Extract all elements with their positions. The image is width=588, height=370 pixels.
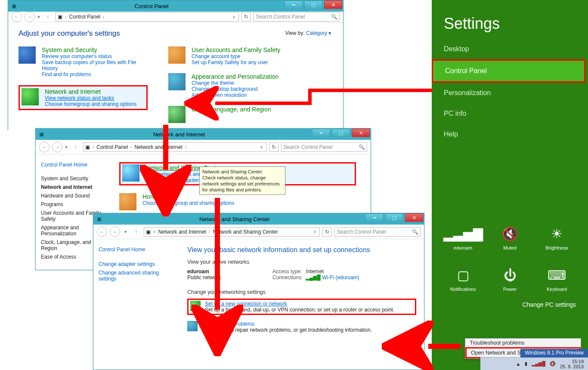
control-panel-home-link[interactable]: Control Panel Home [99, 245, 174, 254]
side-item[interactable]: System and Security [41, 174, 104, 183]
address-bar[interactable]: ▣« Network and Internet› Network and Sha… [144, 227, 320, 237]
close-button[interactable]: ✕ [352, 129, 370, 137]
address-bar[interactable]: ▣› Control Panel› v [56, 12, 239, 22]
charm-item-personalization[interactable]: Personalization [432, 83, 588, 103]
search-input[interactable]: Search Control Panel 🔍 [254, 12, 340, 22]
power-icon: ⏻ [504, 267, 517, 284]
nav-forward-button[interactable]: → [25, 12, 35, 22]
charm-tile-label: Notifications [450, 287, 476, 292]
battery-icon[interactable]: ▮ [525, 361, 527, 367]
control-panel-home-link[interactable]: Control Panel Home [41, 160, 104, 169]
search-input[interactable]: Search Control Panel 🔍 [334, 227, 421, 237]
wifi-signal-icon: ▂▄▆█ [306, 274, 321, 281]
window-icon: ▣ [36, 129, 47, 140]
side-item[interactable]: Programs [41, 200, 104, 209]
chevron-down-icon[interactable]: v [312, 229, 318, 234]
active-networks-label: View your active networks [187, 259, 416, 265]
breadcrumb-item[interactable]: Network and Sharing Center [213, 229, 278, 235]
category-network-internet[interactable]: Network and Internet View network status… [19, 85, 148, 110]
nav-back-button[interactable]: ← [12, 12, 22, 22]
minimize-button[interactable]: ━ [365, 213, 384, 222]
tooltip: Network and Sharing Center Check network… [199, 166, 285, 195]
address-bar[interactable]: ▣› Control Panel› Network and Internet› … [83, 142, 266, 152]
change-adapter-settings-link[interactable]: Change adapter settings [99, 260, 174, 268]
search-input[interactable]: Search Control Panel 🔍 [281, 142, 367, 152]
category-homegroup[interactable]: HomeGroup Choose homegroup and sharing o… [119, 193, 360, 210]
window-title: Network and Internet [47, 131, 311, 138]
wifi-connection-link[interactable]: Wi-Fi (eduroam) [322, 274, 359, 281]
charm-item-help[interactable]: Help [432, 124, 588, 145]
charm-tile-network[interactable]: ▂▃▅▇eduroam [444, 225, 483, 250]
side-item-active[interactable]: Network and Internet [41, 183, 104, 191]
plus-network-icon [190, 301, 201, 311]
window-network-sharing-center: ▣ Network and Sharing Center ━ ▢ ✕ ← → ▾… [93, 213, 424, 370]
shield-icon [19, 46, 36, 64]
window-title: Control Panel [19, 3, 284, 9]
chevron-down-icon[interactable]: ▾ [123, 229, 128, 234]
breadcrumb-item[interactable]: Network and Internet [158, 229, 206, 235]
volume-tray-icon[interactable]: 🔇 [550, 361, 556, 367]
nav-forward-button[interactable]: → [52, 142, 62, 152]
charm-tile-volume[interactable]: 🔇Muted [491, 225, 529, 250]
charm-tile-keyboard[interactable]: ⌨Keyboard [538, 267, 576, 292]
nav-back-button[interactable]: ← [39, 142, 50, 152]
breadcrumb-item[interactable]: Network and Internet [134, 144, 182, 150]
nav-back-button[interactable]: ← [97, 227, 107, 237]
homegroup-icon [119, 193, 136, 210]
refresh-button[interactable]: ↻ [241, 12, 251, 22]
category-user-accounts[interactable]: User Accounts and Family Safety Change a… [168, 46, 297, 65]
nav-up-button[interactable]: ↑ [43, 12, 53, 22]
side-item[interactable]: Hardware and Sound [41, 191, 104, 200]
charm-tiles-row-1: ▂▃▅▇eduroam 🔇Muted ☀Brightness [432, 222, 588, 250]
tray-menu-troubleshoot[interactable]: Troubleshoot problems [465, 339, 581, 347]
category-appearance[interactable]: Appearance and Personalization Change th… [168, 73, 297, 98]
minimize-button[interactable]: ━ [312, 129, 330, 137]
view-by-dropdown[interactable]: Category ▾ [306, 30, 331, 36]
keyboard-icon: ⌨ [548, 267, 566, 284]
breadcrumb-item[interactable]: Control Panel [69, 14, 100, 20]
network-tray-icon[interactable]: ▂▄▆█ [532, 361, 545, 367]
side-pane: Control Panel Home Change adapter settin… [93, 239, 179, 370]
troubleshoot-row[interactable]: Troubleshoot problems Diagnose and repai… [187, 321, 416, 333]
refresh-button[interactable]: ↻ [322, 227, 332, 237]
charm-item-control-panel[interactable]: Control Panel [432, 59, 585, 83]
view-network-status-link[interactable]: View network status and tasks [45, 95, 136, 101]
charm-tile-notifications[interactable]: ▢Notifications [444, 267, 483, 292]
close-button[interactable]: ✕ [405, 213, 423, 222]
flag-icon[interactable]: ▲ [516, 361, 520, 367]
setup-new-connection-link[interactable]: Set up a new connection or network [205, 301, 287, 307]
minimize-button[interactable]: ━ [285, 0, 303, 9]
troubleshoot-link[interactable]: Troubleshoot problems [202, 321, 254, 327]
nav-up-button[interactable]: ↑ [70, 142, 80, 152]
maximize-button[interactable]: ▢ [304, 0, 322, 9]
setup-new-connection-row[interactable]: Set up a new connection or network Set u… [187, 299, 416, 315]
chevron-down-icon[interactable]: ▾ [65, 144, 68, 150]
chevron-down-icon[interactable]: v [231, 15, 237, 19]
charm-tile-brightness[interactable]: ☀Brightness [538, 225, 576, 250]
category-clock-language[interactable]: Clock, Language, and Region [168, 106, 297, 123]
charm-item-desktop[interactable]: Desktop [432, 39, 588, 59]
chevron-down-icon[interactable]: v [259, 145, 264, 149]
charm-tile-label: Muted [503, 245, 517, 250]
nav-forward-button[interactable]: → [110, 227, 120, 237]
nav-up-button[interactable]: ↑ [131, 227, 141, 237]
change-pc-settings-link[interactable]: Change PC settings [432, 292, 588, 313]
category-system-security[interactable]: System and Security Review your computer… [19, 46, 148, 77]
maximize-button[interactable]: ▢ [332, 129, 350, 137]
folder-icon: ▣ [146, 229, 151, 235]
troubleshoot-icon [187, 321, 198, 331]
charm-item-pc-info[interactable]: PC info [432, 103, 588, 124]
charm-title: Settings [432, 0, 588, 39]
windows-build-label: Windows 8.1 Pro Preview [520, 349, 588, 358]
signal-bars-icon: ▂▃▅▇ [443, 225, 483, 243]
settings-charm: Settings Desktop Control Panel Personali… [432, 0, 588, 370]
refresh-button[interactable]: ↻ [269, 142, 279, 152]
breadcrumb-item[interactable]: Control Panel [96, 144, 128, 150]
charm-tile-power[interactable]: ⏻Power [491, 267, 529, 292]
chevron-down-icon[interactable]: ▾ [37, 14, 40, 20]
close-button[interactable]: ✕ [324, 0, 342, 9]
users-icon [168, 46, 186, 64]
change-advanced-sharing-link[interactable]: Change advanced sharing settings [99, 268, 174, 283]
globe-network-icon [22, 88, 39, 105]
maximize-button[interactable]: ▢ [385, 213, 403, 222]
